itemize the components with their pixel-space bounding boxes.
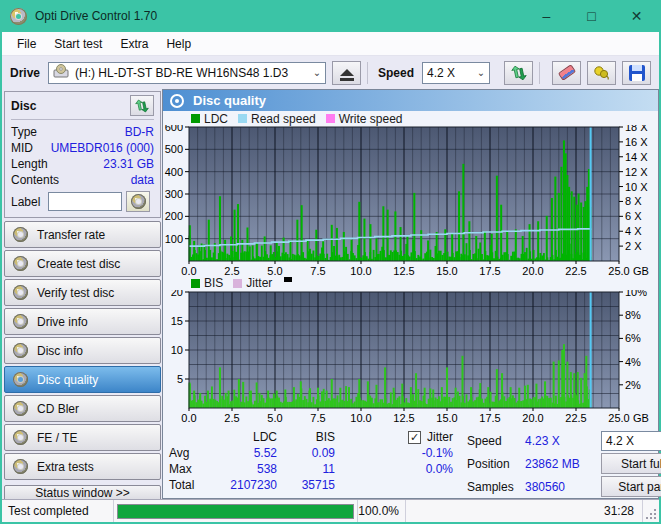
menu-item-file[interactable]: File [8,34,45,54]
side-stat-label: Speed [467,434,525,448]
stats-ldc-value: 2107230 [205,478,277,492]
sidebar-item-label: Extra tests [37,460,94,474]
disc-icon [13,256,28,271]
plug-icon [593,65,610,80]
side-stat-label: Position [467,457,525,471]
svg-text:200: 200 [165,210,183,222]
svg-text:25.0: 25.0 [608,412,629,424]
speed-select[interactable]: 4.2 X ⌄ [422,62,490,84]
sidebar-item-drive-info[interactable]: Drive info [4,308,161,335]
toolbar: Drive (H:) HL-DT-ST BD-RE WH16NS48 1.D3 … [2,56,659,89]
eject-icon [340,69,354,76]
svg-text:15: 15 [171,315,183,327]
stats-table: LDCBIS✓JitterAvg5.520.09-0.1%Max538110.0… [169,429,453,498]
disc-info-row: Length23.31 GB [11,156,154,172]
disc-info-value: BD-R [125,124,154,140]
elapsed-time: 31:28 [406,500,643,522]
toolbar-separator [539,62,540,84]
window-title: Opti Drive Control 1.70 [35,9,157,23]
sidebar-item-cd-bler[interactable]: CD Bler [4,395,161,422]
svg-text:10: 10 [171,344,183,356]
menu-item-help[interactable]: Help [157,34,200,54]
disc-panel-title: Disc [11,99,36,113]
label-input[interactable] [48,192,122,211]
sidebar-item-create-test-disc[interactable]: Create test disc [4,250,161,277]
ldc-chart: 1002003004005006002 X4 X6 X8 X10 X12 X14… [163,125,657,277]
svg-text:25.0: 25.0 [608,265,629,277]
label-disc-button[interactable] [126,191,150,212]
stats-bis-value: 0.09 [277,446,335,460]
jitter-line-marker [284,277,292,282]
sidebar-item-label: Verify test disc [37,286,114,300]
sidebar-item-extra-tests[interactable]: Extra tests [4,453,161,480]
chevron-down-icon: ⌄ [471,67,485,78]
stats-row-label: Max [169,462,205,476]
sidebar-item-disc-info[interactable]: Disc info [4,337,161,364]
svg-text:2.5: 2.5 [224,265,239,277]
svg-text:10 X: 10 X [625,181,648,193]
disc-icon [13,401,28,416]
start-full-button[interactable]: Start full [601,453,661,474]
status-text: Test completed [2,500,114,522]
quality-speed-select[interactable]: 4.2 X⌄ [601,431,661,451]
main-header: Disc quality [163,90,658,111]
sidebar-item-label: Create test disc [37,257,120,271]
stats-jitter-value: -0.1% [335,446,453,460]
sidebar-item-label: CD Bler [37,402,79,416]
svg-text:10%: 10% [625,290,647,298]
erase-button[interactable] [552,61,581,85]
svg-text:0.0: 0.0 [181,265,196,277]
plug-button[interactable] [587,61,616,85]
legend-swatch [191,279,200,288]
disc-icon [13,227,28,242]
svg-text:5.0: 5.0 [267,412,282,424]
jitter-checkbox[interactable]: ✓ [408,431,421,444]
maximize-button[interactable]: □ [569,0,614,32]
svg-text:17.5: 17.5 [479,412,500,424]
save-button[interactable] [622,61,651,85]
sidebar-item-label: Drive info [37,315,88,329]
eject-button[interactable] [332,61,361,85]
svg-text:100: 100 [165,233,183,245]
svg-text:10.0: 10.0 [350,412,371,424]
refresh-icon [511,65,527,81]
legend-swatch [326,114,335,123]
sidebar-item-disc-quality[interactable]: Disc quality [4,366,161,393]
svg-text:0.0: 0.0 [181,412,196,424]
svg-text:2%: 2% [625,379,641,391]
sidebar-item-label: Disc quality [37,373,98,387]
sidebar-item-transfer-rate[interactable]: Transfer rate [4,221,161,248]
svg-text:10.0: 10.0 [350,265,371,277]
disc-icon [13,285,28,300]
svg-text:8 X: 8 X [625,195,642,207]
svg-text:14 X: 14 X [625,151,648,163]
sidebar-item-fe-te[interactable]: FE / TE [4,424,161,451]
minimize-button[interactable]: – [524,0,569,32]
legend-label: BIS [204,276,223,290]
bis-chart: 51015202%4%6%8%10%0.02.55.07.510.012.515… [163,290,657,425]
legend-swatch [191,114,200,123]
menu-item-start-test[interactable]: Start test [45,34,111,54]
legend-label: Write speed [339,112,403,126]
label-caption: Label [11,195,40,209]
svg-text:5.0: 5.0 [267,265,282,277]
svg-text:5: 5 [177,373,183,385]
stats-row-label: Total [169,478,205,492]
svg-text:6%: 6% [625,332,641,344]
resize-grip[interactable] [643,500,659,522]
refresh-button[interactable] [504,61,533,85]
legend-swatch [233,279,242,288]
drive-select[interactable]: (H:) HL-DT-ST BD-RE WH16NS48 1.D3 ⌄ [48,62,326,84]
menu-item-extra[interactable]: Extra [111,34,157,54]
start-part-button[interactable]: Start part [601,476,661,497]
bis-chart-legend: BISJitter [191,277,658,290]
disc-info-value: data [131,172,154,188]
svg-text:6 X: 6 X [625,210,642,222]
ldc-chart-legend: LDCRead speedWrite speed [191,112,658,125]
close-button[interactable]: ✕ [614,0,659,32]
disc-info-label: Type [11,124,37,140]
stats-ldc-value: 5.52 [205,446,277,460]
disc-refresh-button[interactable] [130,95,154,116]
sidebar-item-label: Transfer rate [37,228,105,242]
sidebar-item-verify-test-disc[interactable]: Verify test disc [4,279,161,306]
